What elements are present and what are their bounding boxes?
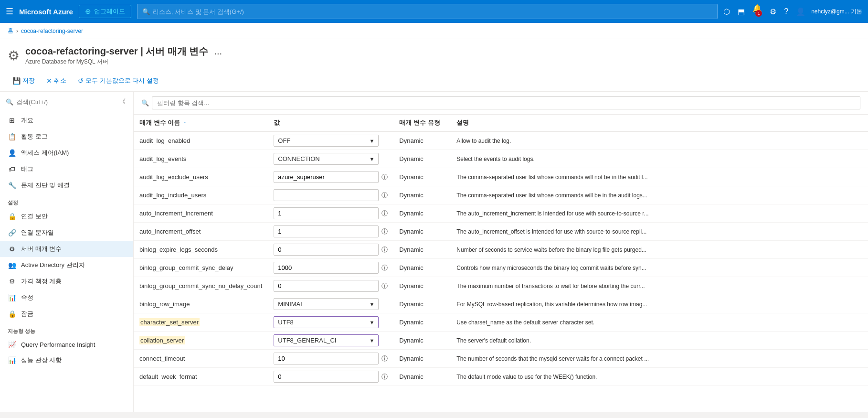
sidebar-label-activity-log: 활동 로그 bbox=[21, 132, 48, 141]
param-select-audit_log_events[interactable]: CONNECTION ▼ bbox=[274, 153, 379, 165]
info-icon[interactable]: ⓘ bbox=[381, 191, 388, 200]
param-name-cell: connect_timeout bbox=[134, 350, 268, 368]
param-value-cell[interactable]: UTF8 ▼ bbox=[268, 313, 393, 332]
param-type-cell: Dynamic bbox=[393, 186, 451, 204]
info-icon[interactable]: ⓘ bbox=[381, 246, 388, 254]
search-icon: 🔍 bbox=[142, 8, 150, 15]
info-icon[interactable]: ⓘ bbox=[381, 282, 388, 290]
info-icon[interactable]: ⓘ bbox=[381, 354, 388, 363]
param-input-binlog_group_commit_sync_delay[interactable] bbox=[274, 262, 379, 274]
table-row: character_set_server UTF8 ▼ DynamicUse c… bbox=[134, 313, 868, 332]
sidebar-item-connection-string[interactable]: 🔗 연결 문자열 bbox=[0, 225, 133, 241]
sidebar-item-query-perf[interactable]: 📈 Query Performance Insight bbox=[0, 337, 133, 352]
table-row: binlog_group_commit_sync_no_delay_count … bbox=[134, 277, 868, 295]
param-type-cell: Dynamic bbox=[393, 277, 451, 295]
param-name-cell: binlog_group_commit_sync_delay bbox=[134, 259, 268, 277]
param-select-binlog_row_image[interactable]: MINIMAL ▼ bbox=[274, 298, 379, 310]
info-icon[interactable]: ⓘ bbox=[381, 227, 388, 236]
user-info[interactable]: nehciyz@gm... 기본 bbox=[811, 8, 862, 16]
filter-input[interactable] bbox=[152, 96, 860, 109]
param-desc-cell: Number of seconds to service waits befor… bbox=[451, 241, 868, 259]
main-layout: 🔍 《 ⊞ 개요 📋 활동 로그 👤 액세스 제어(IAM) 🏷 태그 🔧 문제… bbox=[0, 92, 868, 412]
param-input-auto_increment_offset[interactable] bbox=[274, 225, 379, 237]
sidebar-item-connection-security[interactable]: 🔒 연결 보안 bbox=[0, 208, 133, 225]
param-type-cell: Dynamic bbox=[393, 295, 451, 313]
param-input-default_week_format[interactable] bbox=[274, 371, 379, 383]
save-button[interactable]: 💾 저장 bbox=[8, 74, 40, 87]
home-crumb[interactable]: 홈 bbox=[8, 27, 13, 35]
info-icon[interactable]: ⓘ bbox=[381, 209, 388, 218]
param-type-cell: Dynamic bbox=[393, 241, 451, 259]
param-value-cell[interactable]: ⓘ bbox=[268, 368, 393, 386]
param-name-cell: character_set_server bbox=[134, 313, 268, 332]
hamburger-icon[interactable]: ☰ bbox=[6, 6, 13, 17]
info-icon[interactable]: ⓘ bbox=[381, 264, 388, 272]
sidebar-item-activity-log[interactable]: 📋 활동 로그 bbox=[0, 129, 133, 145]
param-value-cell[interactable]: OFF ▼ bbox=[268, 131, 393, 150]
reset-button[interactable]: ↺ 모두 기본값으로 다시 설정 bbox=[73, 74, 164, 87]
param-input-binlog_group_commit_sync_no_delay_count[interactable] bbox=[274, 280, 379, 292]
param-select-audit_log_enabled[interactable]: OFF ▼ bbox=[274, 135, 379, 147]
param-type-cell: Dynamic bbox=[393, 332, 451, 350]
param-value-cell[interactable]: ⓘ bbox=[268, 186, 393, 204]
param-type-cell: Dynamic bbox=[393, 204, 451, 223]
cancel-icon: ✕ bbox=[46, 77, 52, 85]
sidebar-item-pricing[interactable]: ⚙ 가격 책정 계층 bbox=[0, 273, 133, 289]
sidebar-item-iam[interactable]: 👤 액세스 제어(IAM) bbox=[0, 145, 133, 161]
param-value-cell[interactable]: ⓘ bbox=[268, 168, 393, 186]
param-input-audit_log_include_users[interactable] bbox=[274, 189, 379, 201]
global-search-input[interactable] bbox=[153, 8, 712, 15]
param-input-binlog_expire_logs_seconds[interactable] bbox=[274, 244, 379, 256]
param-input-group-audit_log_exclude_users: ⓘ bbox=[274, 171, 388, 183]
param-value-cell[interactable]: CONNECTION ▼ bbox=[268, 150, 393, 168]
param-value-cell[interactable]: ⓘ bbox=[268, 241, 393, 259]
sidebar-item-properties[interactable]: 📊 속성 bbox=[0, 289, 133, 306]
param-select-collation_server[interactable]: UTF8_GENERAL_CI ▼ bbox=[274, 334, 379, 346]
sidebar-icon-iam: 👤 bbox=[8, 149, 16, 157]
cancel-button[interactable]: ✕ 취소 bbox=[42, 74, 71, 87]
sidebar-item-diagnose[interactable]: 🔧 문제 진단 및 해결 bbox=[0, 177, 133, 193]
more-button[interactable]: ... bbox=[214, 46, 222, 57]
param-value-cell[interactable]: ⓘ bbox=[268, 277, 393, 295]
param-desc-cell: The auto_increment_increment is intended… bbox=[451, 204, 868, 223]
param-type-cell: Dynamic bbox=[393, 150, 451, 168]
account-icon[interactable]: 👤 bbox=[796, 7, 805, 16]
page-gear-icon: ⚙ bbox=[8, 48, 20, 64]
info-icon[interactable]: ⓘ bbox=[381, 173, 388, 182]
cloud-shell-icon[interactable]: ⬡ bbox=[723, 7, 730, 16]
sidebar-search-bar[interactable]: 🔍 《 bbox=[0, 92, 133, 112]
settings-icon[interactable]: ⚙ bbox=[770, 7, 776, 16]
sidebar-item-overview[interactable]: ⊞ 개요 bbox=[0, 112, 133, 129]
sort-icon[interactable]: ↑ bbox=[184, 120, 186, 126]
param-value-cell[interactable]: ⓘ bbox=[268, 350, 393, 368]
param-input-audit_log_exclude_users[interactable] bbox=[274, 171, 379, 183]
sidebar-search-input[interactable] bbox=[16, 98, 115, 106]
collapse-button[interactable]: 《 bbox=[117, 96, 127, 108]
save-icon: 💾 bbox=[12, 77, 21, 85]
sidebar-item-server-params[interactable]: ⚙ 서버 매개 변수 bbox=[0, 241, 133, 257]
param-value-cell[interactable]: ⓘ bbox=[268, 204, 393, 223]
global-search[interactable]: 🔍 bbox=[137, 4, 718, 19]
upgrade-icon: ⊕ bbox=[85, 7, 91, 16]
param-value-cell[interactable]: UTF8_GENERAL_CI ▼ bbox=[268, 332, 393, 350]
info-icon[interactable]: ⓘ bbox=[381, 373, 388, 381]
sidebar-icon-perf-rec: 📊 bbox=[8, 356, 16, 364]
param-name-cell: audit_log_include_users bbox=[134, 186, 268, 204]
sidebar-item-locks[interactable]: 🔒 잠금 bbox=[0, 306, 133, 322]
sidebar-item-tags[interactable]: 🏷 태그 bbox=[0, 161, 133, 177]
server-crumb[interactable]: cocoa-refactoring-server bbox=[21, 28, 83, 34]
param-input-auto_increment_increment[interactable] bbox=[274, 207, 379, 219]
sidebar-item-perf-rec[interactable]: 📊 성능 관장 사항 bbox=[0, 352, 133, 368]
param-value-cell[interactable]: ⓘ bbox=[268, 259, 393, 277]
feedback-icon[interactable]: ⬒ bbox=[738, 7, 745, 16]
table-row: binlog_expire_logs_seconds ⓘ DynamicNumb… bbox=[134, 241, 868, 259]
param-input-connect_timeout[interactable] bbox=[274, 353, 379, 364]
upgrade-button[interactable]: ⊕ 업그레이드 bbox=[79, 5, 131, 18]
param-value-cell[interactable]: ⓘ bbox=[268, 223, 393, 241]
param-select-character_set_server[interactable]: UTF8 ▼ bbox=[274, 316, 379, 328]
sidebar-item-ad-admin[interactable]: 👥 Active Directory 관리자 bbox=[0, 257, 133, 273]
sidebar-label-server-params: 서버 매개 변수 bbox=[21, 245, 62, 253]
notifications-icon[interactable]: 🔔 1 bbox=[752, 4, 762, 20]
help-icon[interactable]: ? bbox=[784, 7, 788, 16]
param-value-cell[interactable]: MINIMAL ▼ bbox=[268, 295, 393, 313]
